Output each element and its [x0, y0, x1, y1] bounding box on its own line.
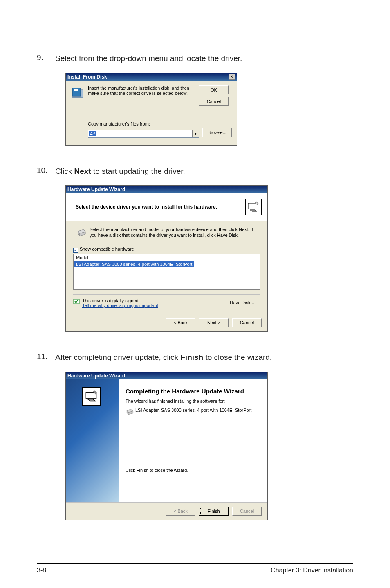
- finish-button[interactable]: Finish: [199, 507, 229, 516]
- step-9-num: 9.: [37, 53, 55, 64]
- chip-icon: [126, 408, 135, 419]
- finish-line1: The wizard has finished installing the s…: [126, 399, 261, 404]
- dialog-heading: Select the device driver you want to ins…: [76, 204, 245, 210]
- step-11: 11. After completing driver update, clic…: [37, 352, 353, 363]
- step-9-text: Select from the drop-down menu and locat…: [55, 53, 353, 64]
- step-11-b: to close the wizard.: [203, 353, 272, 361]
- copy-from-label: Copy manufacturer's files from:: [88, 121, 232, 126]
- have-disk-button[interactable]: Have Disk...: [224, 298, 260, 307]
- chip-icon: [76, 227, 87, 239]
- step-9: 9. Select from the drop-down menu and lo…: [37, 53, 353, 64]
- step-11-text: After completing driver update, click Fi…: [55, 352, 353, 363]
- step-10-b: to start updating the driver.: [91, 167, 185, 175]
- signed-text: This driver is digitally signed.: [82, 298, 224, 303]
- step-10: 10. Click Next to start updating the dri…: [37, 166, 353, 177]
- wizard-side-image: [66, 379, 119, 502]
- cancel-button[interactable]: Cancel: [199, 97, 229, 106]
- signed-icon: [73, 298, 81, 305]
- floppy-icon: [71, 85, 84, 99]
- dialog-titlebar: Hardware Update Wizard: [66, 372, 267, 379]
- path-value: A:\: [89, 131, 96, 136]
- model-item[interactable]: LSI Adapter, SAS 3000 series, 4-port wit…: [74, 261, 194, 267]
- signing-link[interactable]: Tell me why driver signing is important: [82, 303, 158, 308]
- ok-button[interactable]: OK: [199, 85, 229, 94]
- dialog-title: Hardware Update Wizard: [67, 373, 125, 379]
- svg-rect-2: [74, 89, 78, 91]
- step-11-a: After completing driver update, click: [55, 353, 180, 361]
- browse-button[interactable]: Browse...: [202, 128, 232, 137]
- page-footer: 3-8 Chapter 3: Driver installation: [37, 563, 353, 574]
- device-icon: [82, 387, 101, 406]
- select-driver-dialog: Hardware Update Wizard Select the device…: [65, 185, 268, 332]
- close-icon[interactable]: ×: [229, 74, 235, 80]
- finish-heading: Completing the Hardware Update Wizard: [126, 388, 261, 395]
- dialog-title: Install From Disk: [67, 74, 107, 80]
- cancel-button[interactable]: Cancel: [232, 318, 262, 327]
- dialog-message: Insert the manufacturer's installation d…: [88, 85, 199, 108]
- dialog-title: Hardware Update Wizard: [67, 186, 125, 192]
- page-number: 3-8: [37, 567, 46, 574]
- cancel-button: Cancel: [232, 507, 262, 516]
- back-button[interactable]: < Back: [166, 318, 195, 327]
- device-icon: [245, 199, 262, 215]
- install-from-disk-dialog: Install From Disk × Insert the manufactu…: [65, 73, 237, 146]
- show-compatible-checkbox[interactable]: ✓Show compatible hardware: [73, 247, 260, 253]
- dialog-titlebar: Hardware Update Wizard: [66, 186, 267, 193]
- back-button: < Back: [166, 507, 195, 516]
- show-compatible-label: Show compatible hardware: [80, 247, 134, 251]
- dialog-titlebar: Install From Disk ×: [66, 73, 237, 81]
- check-icon: ✓: [73, 248, 78, 253]
- model-header: Model: [74, 255, 259, 260]
- step-10-a: Click: [55, 167, 74, 175]
- step-10-bold: Next: [74, 167, 91, 175]
- step-11-num: 11.: [37, 352, 55, 363]
- step-10-text: Click Next to start updating the driver.: [55, 166, 353, 177]
- path-combo[interactable]: A:\ ▾: [88, 130, 199, 138]
- finish-dialog: Hardware Update Wizard Completing the Ha…: [65, 372, 268, 520]
- step-10-num: 10.: [37, 166, 55, 177]
- model-list[interactable]: Model LSI Adapter, SAS 3000 series, 4-po…: [73, 254, 260, 290]
- step-11-bold: Finish: [180, 353, 203, 361]
- device-name: LSI Adapter, SAS 3000 series, 4-port wit…: [135, 408, 251, 419]
- next-button[interactable]: Next >: [199, 318, 229, 327]
- finish-line2: Click Finish to close the wizard.: [126, 468, 261, 473]
- chevron-down-icon[interactable]: ▾: [192, 130, 199, 137]
- info-text: Select the manufacturer and model of you…: [90, 227, 260, 238]
- chapter-title: Chapter 3: Driver installation: [271, 567, 353, 574]
